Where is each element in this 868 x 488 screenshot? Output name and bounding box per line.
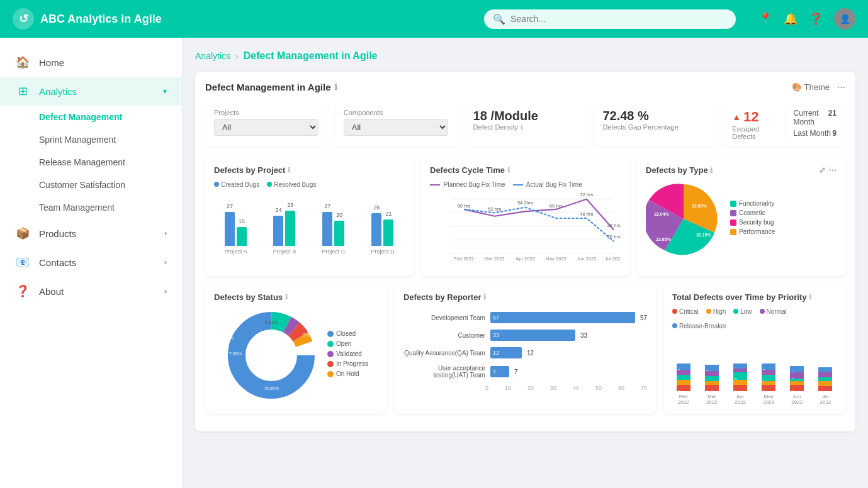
projects-select[interactable]: All bbox=[214, 119, 318, 136]
legend-inprogress: In Progress bbox=[327, 360, 368, 367]
defects-by-status-chart: Defects by Status ℹ bbox=[205, 284, 387, 414]
total-defects-priority-chart: Total Defects over Time by Priority ℹ Cr… bbox=[663, 284, 845, 414]
escaped-side: Current Month 21 Last Month 9 bbox=[786, 109, 837, 140]
legend-item-cosmetic: Cosmetic bbox=[730, 209, 775, 216]
charts-row-1: Defects by Project ℹ Created Bugs Resolv… bbox=[205, 157, 845, 276]
legend-low: Low bbox=[733, 308, 752, 315]
svg-text:4.81%: 4.81% bbox=[265, 320, 278, 324]
svg-text:3.65%: 3.65% bbox=[224, 336, 234, 340]
reporter-row-qa: Quality Assurance(QA) Team 12 12 bbox=[403, 347, 647, 358]
theme-button[interactable]: 🎨 Theme bbox=[792, 82, 830, 92]
sidebar-item-products[interactable]: 📦 Products › bbox=[0, 219, 182, 248]
search-icon: 🔍 bbox=[493, 13, 505, 25]
donut-chart-wrap: 4.81% 75.06% 7.69% 3.65% 3.65% Closed bbox=[214, 308, 378, 402]
legend-created: Created Bugs bbox=[214, 181, 259, 188]
density-value: 18 /Module bbox=[473, 109, 578, 123]
components-select[interactable]: All bbox=[344, 119, 448, 136]
legend-onhold: On Hold bbox=[327, 370, 368, 377]
pie-legend: Functionality Cosmetic Security bug bbox=[730, 200, 775, 238]
bar-group-c: 27 20 Project C bbox=[322, 212, 345, 255]
sidebar-item-team-management[interactable]: Team Management bbox=[0, 196, 182, 219]
products-icon: 📦 bbox=[15, 226, 30, 240]
legend-item-performance: Performance bbox=[730, 228, 775, 235]
search-input[interactable] bbox=[510, 14, 727, 24]
density-label: Defect Density ℹ bbox=[473, 123, 578, 131]
stacked-bars: 3 4 4 4 5 Feb2022 3 3 bbox=[672, 336, 837, 405]
defects-cycle-time-chart: Defects Cycle Time ℹ Planned Bug Fix Tim… bbox=[421, 157, 629, 276]
stacked-bar-jun: 3 3 2 5 5 Jun2022 bbox=[790, 366, 804, 405]
reporter-row-customer: Customer 33 33 bbox=[403, 330, 647, 341]
defects-by-status-title: Defects by Status ℹ bbox=[214, 292, 378, 302]
gap-value: 72.48 % bbox=[602, 109, 707, 123]
chevron-down-icon: ▾ bbox=[163, 87, 167, 96]
avatar[interactable]: 👤 bbox=[834, 8, 855, 30]
chart-legend-cycle: Planned Bug Fix Time Actual Bug Fix Time bbox=[430, 181, 621, 188]
app-header: ↺ ABC Analytics in Agile 🔍 📍 🔔 ❓ 👤 bbox=[0, 0, 868, 38]
sidebar-item-about[interactable]: ❓ About › bbox=[0, 277, 182, 306]
svg-text:72 hrs: 72 hrs bbox=[580, 192, 593, 197]
legend-normal: Normal bbox=[760, 308, 787, 315]
svg-text:32 hrs: 32 hrs bbox=[607, 223, 621, 228]
chevron-right-icon-3: › bbox=[164, 287, 167, 296]
stacked-bar-apr: 3 4 6 3 4 Apr2022 bbox=[733, 363, 747, 405]
analytics-label: Analytics bbox=[39, 86, 77, 97]
info-icon-density: ℹ bbox=[521, 124, 523, 131]
help-icon[interactable]: ❓ bbox=[809, 12, 823, 26]
chevron-right-icon: › bbox=[164, 229, 167, 238]
dashboard-card: Defect Management in Agile ℹ 🎨 Theme ⋯ P… bbox=[195, 72, 855, 431]
legend-item-functionality: Functionality bbox=[730, 200, 775, 207]
info-icon-type: ℹ bbox=[710, 167, 713, 174]
info-icon-proj: ℹ bbox=[288, 166, 290, 174]
svg-text:75.06%: 75.06% bbox=[264, 386, 279, 391]
sidebar-item-home[interactable]: 🏠 Home bbox=[0, 48, 182, 77]
sidebar-item-sprint-management[interactable]: Sprint Management bbox=[0, 128, 182, 151]
chart-legend-priority: Critical High Low Normal Release-Breaker bbox=[672, 308, 837, 330]
gap-metric: 72.48 % Defects Gap Percentage bbox=[594, 103, 716, 147]
sidebar-item-analytics[interactable]: ⊞ Analytics ▾ bbox=[0, 77, 182, 106]
legend-actual: Actual Bug Fix Time bbox=[513, 181, 582, 188]
legend-critical: Critical bbox=[672, 308, 699, 315]
donut-legend: Closed Open Validated bbox=[327, 330, 368, 380]
info-icon-reporter: ℹ bbox=[483, 293, 486, 301]
escaped-container: ▲ 12 Escaped Defects Current Month 21 bbox=[732, 109, 837, 140]
density-metric: 18 /Module Defect Density ℹ bbox=[465, 103, 587, 147]
svg-text:7.69%: 7.69% bbox=[229, 352, 242, 356]
more-options-icon[interactable]: ⋯ bbox=[837, 82, 845, 92]
legend-validated: Validated bbox=[327, 350, 368, 357]
sidebar-item-customer-satisfaction[interactable]: Customer Satisfaction bbox=[0, 174, 182, 196]
legend-planned: Planned Bug Fix Time bbox=[430, 181, 505, 188]
search-bar[interactable]: 🔍 bbox=[484, 9, 736, 29]
defects-by-reporter-title: Defects by Reporter ℹ bbox=[403, 292, 647, 302]
reporter-axis: 010203040506070 bbox=[403, 385, 647, 391]
location-icon[interactable]: 📍 bbox=[758, 12, 772, 26]
svg-text:60 hrs: 60 hrs bbox=[458, 203, 471, 209]
logo-icon: ↺ bbox=[13, 8, 34, 30]
legend-release-breaker: Release-Breaker bbox=[672, 323, 726, 330]
reporter-chart: Development Team 57 57 Customer 33 33 Qu… bbox=[403, 312, 647, 379]
svg-text:20 hrs: 20 hrs bbox=[607, 234, 621, 240]
bar-group-d: 26 21 Project D bbox=[371, 213, 394, 255]
home-label: Home bbox=[39, 57, 64, 68]
svg-text:22.00%: 22.00% bbox=[692, 204, 707, 208]
svg-text:Jul 2022: Jul 2022 bbox=[605, 256, 621, 261]
gap-label: Defects Gap Percentage bbox=[602, 123, 707, 131]
sidebar-item-contacts[interactable]: 📧 Contacts › bbox=[0, 248, 182, 277]
svg-text:Apr 2022: Apr 2022 bbox=[516, 256, 535, 261]
sidebar-item-defect-management[interactable]: Defect Management bbox=[0, 106, 182, 128]
pie-chart-wrap: 22.00% 31.19% 23.65% 22.04% Functionalit… bbox=[646, 181, 837, 257]
app-title: ABC Analytics in Agile bbox=[40, 13, 162, 26]
dashboard-actions: 🎨 Theme ⋯ bbox=[792, 82, 845, 92]
escaped-main: ▲ 12 Escaped Defects bbox=[732, 109, 775, 140]
donut-chart-svg: 4.81% 75.06% 7.69% 3.65% 3.65% bbox=[224, 308, 318, 402]
breadcrumb-analytics[interactable]: Analytics bbox=[195, 51, 230, 61]
bar-group-a: 27 15 Project A bbox=[225, 212, 247, 255]
bell-icon[interactable]: 🔔 bbox=[784, 12, 798, 26]
legend-item-security: Security bug bbox=[730, 219, 775, 226]
svg-text:22.04%: 22.04% bbox=[654, 212, 670, 216]
chevron-right-icon-2: › bbox=[164, 258, 167, 267]
breadcrumb: Analytics › Defect Management in Agile bbox=[195, 50, 855, 62]
expand-icon[interactable]: ⤢ ⋯ bbox=[819, 165, 837, 175]
dashboard-title: Defect Management in Agile ℹ bbox=[205, 82, 337, 92]
projects-filter: Projects All bbox=[205, 103, 327, 147]
sidebar-item-release-management[interactable]: Release Management bbox=[0, 151, 182, 174]
